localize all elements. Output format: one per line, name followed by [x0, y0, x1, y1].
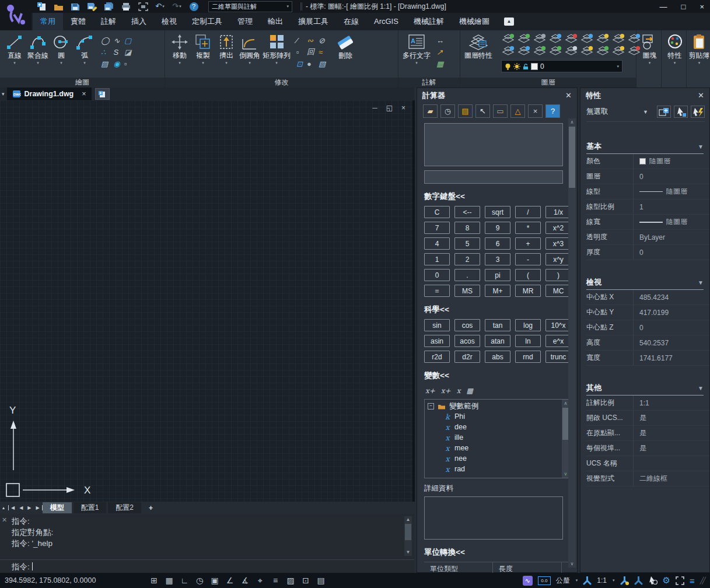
layer-match[interactable] [611, 45, 625, 56]
trim[interactable]: ∕▾ [296, 36, 303, 45]
edit-polyline[interactable]: ∾▾ [307, 36, 314, 45]
auto-annotation-scale-icon[interactable] [620, 576, 629, 585]
layer-off[interactable] [533, 33, 547, 44]
break-at-point[interactable]: ≈▾ [319, 47, 326, 57]
ribbon-tab[interactable]: 機械繪圖 [452, 13, 497, 30]
polyline-button[interactable]: 聚合線 ▾ [26, 32, 50, 66]
isometric-drafting[interactable]: ∠ [223, 575, 237, 587]
clear[interactable]: ▰ [423, 104, 438, 118]
get-coordinates[interactable]: ↖ [475, 104, 490, 118]
calculator-key[interactable]: + [515, 237, 541, 250]
object-snap[interactable]: ▣ [208, 575, 222, 587]
maximize-button[interactable]: □ [681, 2, 686, 11]
next-layout-icon[interactable]: ▶ [25, 505, 33, 510]
units-label[interactable]: 公釐 [556, 576, 570, 586]
layout-tab[interactable]: 配置1 [74, 502, 107, 513]
calculator-key[interactable]: sqrt [485, 206, 510, 218]
calculator-key[interactable]: 4 [424, 237, 450, 250]
viewport-minimize-icon[interactable]: ─ [372, 104, 377, 112]
calculator-key[interactable]: 6 [485, 237, 510, 250]
calculator-key[interactable]: trunc [545, 351, 571, 363]
calculator-key[interactable]: 3 [485, 253, 510, 265]
workspace-selector[interactable]: 二維草圖與註解 ▾ [208, 1, 292, 12]
ribbon-tab[interactable]: 插入 [124, 13, 154, 30]
layer-properties-button[interactable]: 圖層特性 [463, 32, 494, 60]
variable-row[interactable]: x mee [444, 443, 560, 453]
ribbon-tab[interactable]: 擴展工具 [291, 13, 336, 30]
calculator-key[interactable]: * [515, 222, 541, 234]
rectangle[interactable]: ▢▾ [124, 36, 131, 45]
quick-select-icon[interactable] [657, 106, 671, 118]
calculator-key[interactable]: sin [424, 319, 450, 331]
property-row[interactable]: 透明度 ByLayer [586, 230, 709, 245]
paste-to-command-line[interactable]: ▤ [458, 104, 473, 118]
calculator-key[interactable]: acos [454, 335, 480, 347]
variable-row[interactable]: x ille [444, 432, 560, 443]
selection-cycling[interactable]: ▤ [314, 575, 328, 587]
layer-unlock[interactable] [580, 33, 594, 44]
copy-button[interactable]: 複製 ▾ [191, 32, 215, 66]
polar-tracking[interactable]: ◷ [193, 575, 207, 587]
toggle-pickadd-icon[interactable] [691, 106, 705, 118]
new-document-tab-button[interactable] [95, 88, 110, 100]
ribbon-tab[interactable]: ArcGIS [366, 13, 406, 30]
layer-unisolate[interactable] [596, 45, 610, 56]
chevron-down-icon[interactable]: ▾ [576, 578, 578, 583]
layer-lock[interactable] [564, 33, 578, 44]
ribbon-tab[interactable]: 輸出 [260, 13, 291, 30]
minimize-button[interactable]: — [660, 2, 667, 11]
grid-display[interactable]: ▦ [162, 575, 176, 587]
scrollbar-thumb[interactable] [569, 127, 575, 188]
calculator-key[interactable]: 10^x [545, 319, 571, 331]
property-row[interactable]: 厚度 0 [586, 245, 709, 260]
property-row[interactable]: 註解比例 1:1 [586, 396, 709, 411]
calculator-key[interactable]: x^2 [545, 222, 571, 234]
variable-row[interactable]: x dee [444, 422, 560, 432]
scroll-down-icon[interactable]: ▼ [404, 549, 412, 556]
layer-selector[interactable]: 0 ▾ [501, 60, 622, 72]
move-to-layer-below[interactable] [501, 33, 515, 44]
calculator-key[interactable]: MS [454, 285, 480, 297]
property-row[interactable]: 中心點 Z 0 [586, 320, 709, 335]
property-row[interactable]: 高度 540.2537 [586, 335, 709, 351]
ribbon-tab[interactable]: 定制工具 [184, 13, 230, 30]
property-value[interactable]: 是 [634, 413, 705, 423]
plot-preview-icon[interactable] [138, 2, 148, 11]
section-header-misc[interactable]: 其他 ▼ [586, 381, 704, 396]
command-window-toggle-icon[interactable]: ▴ [2, 505, 5, 510]
property-value[interactable]: 0 [634, 249, 705, 257]
transparency-display[interactable]: ▨ [284, 575, 298, 587]
calculator-scrollbar[interactable]: ∧ ∨ [568, 118, 576, 568]
calculator-key[interactable]: - [515, 253, 541, 265]
calculator-key[interactable]: rnd [515, 351, 541, 363]
property-value[interactable]: 是 [634, 428, 705, 438]
layer-isolate[interactable] [580, 45, 594, 56]
save-all-icon[interactable] [104, 2, 114, 11]
history[interactable]: ◷ [440, 104, 455, 118]
calculator-key[interactable]: 1/x [545, 206, 571, 218]
app-logo[interactable] [0, 0, 32, 30]
property-value[interactable]: 0 [634, 324, 705, 332]
property-row[interactable]: 圖層 0 [586, 169, 709, 184]
property-value[interactable]: 540.2537 [634, 339, 705, 347]
layout-tab[interactable]: 模型 [43, 502, 72, 513]
last-layout-icon[interactable]: ▶ [33, 505, 42, 510]
panel-label-modify[interactable]: 修改 [165, 78, 398, 88]
property-row[interactable]: 視覺型式 二維線框 [586, 471, 709, 487]
property-row[interactable]: 線型比例 1 [586, 200, 709, 215]
region[interactable]: ▫▾ [124, 59, 131, 68]
plot-icon[interactable] [121, 2, 131, 11]
annotation-visibility-icon[interactable] [583, 576, 592, 585]
property-row[interactable]: UCS 名稱 [586, 456, 709, 471]
property-value[interactable]: 隨圖層 [634, 187, 705, 197]
calculator-key[interactable]: 7 [424, 222, 450, 234]
calculator-key[interactable]: log [515, 319, 541, 331]
layer-merge[interactable] [533, 45, 547, 56]
annotation-sync-icon[interactable] [634, 576, 643, 585]
line-button[interactable]: 直線 ▾ [3, 32, 26, 66]
calculator-key[interactable]: M+ [485, 285, 510, 297]
move-button[interactable]: 移動 ▾ [168, 32, 191, 66]
add-layout-button[interactable]: + [143, 504, 159, 512]
coordinates-readout[interactable]: 394.5982, 175.0802, 0.0000 [5, 576, 139, 584]
properties-button[interactable]: 特性 ▾ [663, 32, 687, 66]
